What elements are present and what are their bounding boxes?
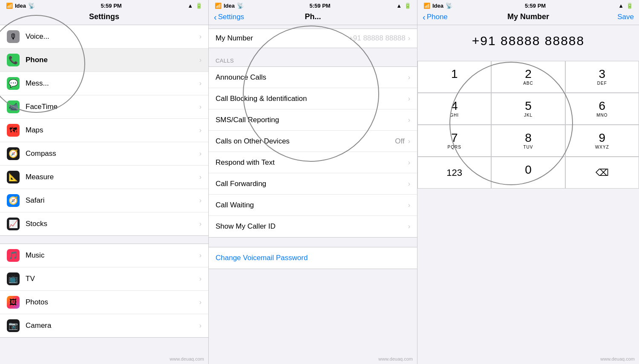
watermark-left: www.deuaq.com xyxy=(170,356,204,361)
calls-other-devices-row[interactable]: Calls on Other Devices Off › xyxy=(209,131,417,152)
dialpad-row-4: 123 0 ⌫ xyxy=(417,157,639,189)
my-number-chevron: › xyxy=(408,34,410,42)
key-digit-0: 0 xyxy=(525,163,532,177)
dialpad: 1 2 ABC 3 DEF 4 GHI 5 JKL 6 xyxy=(417,61,639,189)
location-icon-mid: ▲ xyxy=(396,3,402,9)
voicemail-section: Change Voicemail Password xyxy=(209,247,417,269)
settings-row-voice[interactable]: 🎙 Voice... › xyxy=(0,25,208,49)
settings-row-safari[interactable]: 🧭 Safari › xyxy=(0,189,208,212)
dialpad-key-7[interactable]: 7 PQRS xyxy=(417,125,491,157)
dialpad-key-4[interactable]: 4 GHI xyxy=(417,93,491,125)
dialpad-key-9[interactable]: 9 WXYZ xyxy=(565,125,639,157)
calls-other-devices-value: Off xyxy=(395,137,404,146)
respond-text-label: Respond with Text xyxy=(216,158,408,167)
my-number-label: My Number xyxy=(216,34,349,43)
photos-chevron: › xyxy=(199,298,201,306)
calls-section-label: CALLS xyxy=(209,57,417,66)
key-digit-3: 3 xyxy=(599,68,606,81)
battery-icon-mid: 🔋 xyxy=(404,3,411,9)
key-digit-4: 4 xyxy=(451,100,458,113)
settings-row-facetime[interactable]: 📹 FaceTime › xyxy=(0,95,208,119)
call-blocking-label: Call Blocking & Identification xyxy=(216,95,408,103)
key-letters-9: WXYZ xyxy=(595,145,609,150)
dialpad-key-6[interactable]: 6 MNO xyxy=(565,93,639,125)
key-digit-5: 5 xyxy=(525,100,532,113)
messages-label: Mess... xyxy=(26,79,199,88)
call-blocking-chevron: › xyxy=(408,95,410,103)
battery-icon-left: 🔋 xyxy=(196,3,202,9)
calls-other-devices-chevron: › xyxy=(408,138,410,145)
dialpad-key-1[interactable]: 1 xyxy=(417,61,491,93)
maps-label: Maps xyxy=(26,126,199,135)
camera-chevron: › xyxy=(199,322,201,330)
save-button[interactable]: Save xyxy=(617,13,634,21)
compass-icon: 🧭 xyxy=(7,147,20,160)
back-label-right: Phone xyxy=(427,13,448,21)
call-blocking-row[interactable]: Call Blocking & Identification › xyxy=(209,88,417,109)
carrier-right: Idea xyxy=(432,3,443,9)
stocks-icon: 📈 xyxy=(7,218,20,230)
key-digit-1: 1 xyxy=(451,68,458,81)
voicemail-row[interactable]: Change Voicemail Password xyxy=(209,247,417,269)
sms-reporting-label: SMS/Call Reporting xyxy=(216,116,408,124)
dialpad-key-8[interactable]: 8 TUV xyxy=(491,125,565,157)
settings-row-measure[interactable]: 📐 Measure › xyxy=(0,166,208,189)
sms-reporting-row[interactable]: SMS/Call Reporting › xyxy=(209,109,417,131)
key-letters-5: JKL xyxy=(524,113,532,118)
messages-icon: 💬 xyxy=(7,77,20,90)
settings-row-photos[interactable]: 🖼 Photos › xyxy=(0,291,208,314)
settings-row-phone[interactable]: 📞 Phone › xyxy=(0,49,208,72)
facetime-icon: 📹 xyxy=(7,100,20,113)
location-icon-left: ▲ xyxy=(187,3,193,9)
key-letters-2: ABC xyxy=(523,81,533,86)
respond-text-row[interactable]: Respond with Text › xyxy=(209,152,417,173)
show-caller-id-row[interactable]: Show My Caller ID › xyxy=(209,216,417,237)
settings-row-tv[interactable]: 📺 TV › xyxy=(0,267,208,291)
status-bar-mid: 📶 Idea 📡 5:59 PM ▲ 🔋 xyxy=(209,0,417,11)
nav-bar-mid: ‹ Settings Ph... xyxy=(209,11,417,25)
dialpad-key-0[interactable]: 0 xyxy=(491,157,565,189)
key-letters-3: DEF xyxy=(597,81,607,86)
announce-calls-row[interactable]: Announce Calls › xyxy=(209,67,417,88)
respond-text-chevron: › xyxy=(408,159,410,166)
dialpad-key-2[interactable]: 2 ABC xyxy=(491,61,565,93)
call-forwarding-row[interactable]: Call Forwarding › xyxy=(209,173,417,195)
call-waiting-row[interactable]: Call Waiting › xyxy=(209,195,417,216)
nav-back-right[interactable]: ‹ Phone xyxy=(423,13,448,21)
dialpad-key-5[interactable]: 5 JKL xyxy=(491,93,565,125)
nav-title-left: Settings xyxy=(89,12,119,21)
settings-row-maps[interactable]: 🗺 Maps › xyxy=(0,119,208,142)
camera-label: Camera xyxy=(26,321,199,330)
backspace-icon: ⌫ xyxy=(596,167,609,178)
back-chevron-mid: ‹ xyxy=(214,13,217,21)
mid-panel: 📶 Idea 📡 5:59 PM ▲ 🔋 ‹ Settings Ph... My… xyxy=(209,0,417,364)
phone-number-input[interactable] xyxy=(417,34,639,48)
dialpad-key-3[interactable]: 3 DEF xyxy=(565,61,639,93)
key-letters-0 xyxy=(527,177,529,182)
settings-row-messages[interactable]: 💬 Mess... › xyxy=(0,72,208,95)
left-panel: 📶 Idea 📡 5:59 PM ▲ 🔋 Settings 🎙 Voice...… xyxy=(0,0,209,364)
settings-row-stocks[interactable]: 📈 Stocks › xyxy=(0,212,208,235)
back-chevron-right: ‹ xyxy=(423,13,426,21)
status-left: 📶 Idea 📡 xyxy=(6,3,35,9)
settings-row-compass[interactable]: 🧭 Compass › xyxy=(0,142,208,166)
dialpad-key-123[interactable]: 123 xyxy=(417,157,491,189)
my-number-row[interactable]: My Number +91 88888 88888 › xyxy=(209,29,417,48)
wifi-icon-mid: 📡 xyxy=(237,3,244,9)
key-letters-1 xyxy=(454,81,455,86)
key-digit-8: 8 xyxy=(525,132,532,145)
nav-back-mid[interactable]: ‹ Settings xyxy=(214,13,244,21)
key-letters-4: GHI xyxy=(450,113,459,118)
nav-bar-right: ‹ Phone My Number Save xyxy=(417,11,639,25)
settings-row-music[interactable]: 🎵 Music › xyxy=(0,244,208,267)
settings-row-camera[interactable]: 📷 Camera › xyxy=(0,314,208,337)
signal-icon-right: 📶 xyxy=(423,3,430,9)
key-letters-6: MNO xyxy=(596,113,607,118)
dialpad-key-backspace[interactable]: ⌫ xyxy=(565,157,639,189)
time-right: 5:59 PM xyxy=(525,3,546,9)
compass-chevron: › xyxy=(199,150,201,158)
show-caller-id-label: Show My Caller ID xyxy=(216,222,408,231)
stocks-chevron: › xyxy=(199,220,201,228)
call-waiting-chevron: › xyxy=(408,201,410,209)
measure-icon: 📐 xyxy=(7,171,20,183)
